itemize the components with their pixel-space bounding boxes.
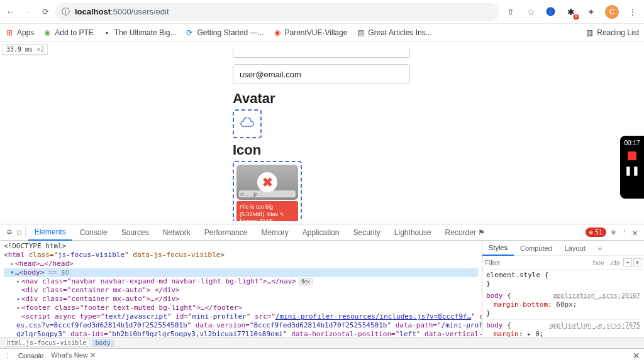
nav-buttons: ← → ⟳ [5,7,50,17]
apps-button[interactable]: ⊞Apps [5,28,34,37]
bookmark-item[interactable]: ▪The Ultimate Big... [103,28,177,37]
close-devtools-icon[interactable]: ✕ [633,228,638,238]
cls-toggle[interactable]: .cls [607,259,623,266]
bookmark-icon: ▤ [356,28,365,37]
toolbar-right: ⇧ ☆ ⓿ ✱8 ✦ C ⋮ [504,5,639,19]
stop-record-button[interactable] [628,151,636,160]
tab-security[interactable]: Security [347,224,387,241]
forward-icon[interactable]: → [23,7,33,17]
url-text: localhost:5000/users/edit [75,7,169,16]
tab-sources[interactable]: Sources [115,224,155,241]
email-field[interactable]: user@email.com [233,64,410,84]
profile-avatar[interactable]: C [605,5,619,19]
subtab-layout[interactable]: Layout [558,244,592,252]
extension-1password-icon[interactable]: ⓿ [545,6,557,18]
hov-toggle[interactable]: :hov [589,259,607,266]
tab-console[interactable]: Console [74,224,114,241]
dom-breadcrumbs[interactable]: html.js-focus-visible body [0,337,644,348]
devtools-body: <!DOCTYPE html> <html class="js-focus-vi… [0,241,644,337]
subtab-styles[interactable]: Styles [482,241,514,256]
site-info-icon[interactable]: ⓘ [62,6,70,18]
more-menu-icon[interactable]: ⋮ [621,228,628,236]
styles-filter-input[interactable] [485,259,589,266]
device-toolbar-icon[interactable]: ▢ [17,228,21,236]
style-panel-menu[interactable]: ▾ [633,258,641,266]
bookmark-icon: ⟳ [185,28,194,37]
reading-list-icon: ▥ [585,28,594,37]
menu-icon[interactable]: ⋮ [626,6,639,18]
devtools-panel: ⯐ ▢ Elements Console Sources Network Per… [0,224,644,362]
tab-application[interactable]: Application [296,224,346,241]
address-bar[interactable]: ⓘ localhost:5000/users/edit [55,3,499,21]
upload-error-message: File is too big (5.02MiB). Max ↖ filesiz… [236,201,298,221]
record-time: 00:17 [624,140,640,146]
bookmark-item[interactable]: ◉Add to PTE [43,28,93,37]
tab-recorder[interactable]: Recorder ⚑ [439,224,492,241]
styles-rules[interactable]: element.style { } application_…scss:2016… [482,270,644,337]
drawer-tab-whatsnew[interactable]: What's New ✕ [51,351,95,359]
bookmark-item[interactable]: ▤Great Articles Ins... [356,28,431,37]
cloud-upload-icon [240,118,255,131]
devtools-inspect-group: ⯐ ▢ [3,228,26,236]
bookmark-icon: ◉ [43,28,52,37]
bookmark-item[interactable]: ⟳Getting Started —... [185,28,264,37]
bookmark-item[interactable]: ◉ParentVUE-Village [273,28,348,37]
subtab-computed[interactable]: Computed [514,244,558,252]
drawer-tab-console[interactable]: Console [18,352,43,359]
page-content: user@email.com Avatar Icon ✖ zi... ...jp… [0,41,644,221]
browser-toolbar: ← → ⟳ ⓘ localhost:5000/users/edit ⇧ ☆ ⓿ … [0,0,644,24]
email-field-partial[interactable] [233,48,410,58]
devtools-right-controls: 51 ⚙ ⋮ ✕ [586,228,641,238]
extension-other-icon[interactable]: ✱8 [565,6,577,18]
inspect-element-icon[interactable]: ⯐ [6,228,13,236]
bookmark-icon: ◉ [273,28,282,37]
tab-memory[interactable]: Memory [255,224,294,241]
styles-pane: Styles Computed Layout » :hov .cls + ▾ e… [482,241,644,337]
settings-gear-icon[interactable]: ⚙ [611,228,616,236]
tab-lighthouse[interactable]: Lighthouse [388,224,438,241]
drawer-menu-icon[interactable]: ⋮ [4,351,11,359]
remove-file-button[interactable]: ✖ [257,172,277,192]
tab-performance[interactable]: Performance [198,224,254,241]
reload-icon[interactable]: ⟳ [40,7,50,17]
share-icon[interactable]: ⇧ [504,6,517,18]
avatar-dropzone[interactable] [233,109,262,138]
devtools-tabs: ⯐ ▢ Elements Console Sources Network Per… [0,224,644,241]
avatar-heading: Avatar [233,90,644,107]
apps-icon: ⊞ [5,28,14,37]
reading-list-button[interactable]: ▥Reading List [585,28,639,37]
error-count-badge[interactable]: 51 [586,228,606,237]
icon-heading: Icon [233,142,644,158]
close-drawer-icon[interactable]: ✕ [633,351,640,361]
mini-profiler-badge[interactable]: 33.9 ms ×2 [3,44,48,55]
subtab-more[interactable]: » [592,244,608,252]
upload-thumbnail: ✖ zi... ...jp... [236,165,298,200]
bookmark-star-icon[interactable]: ☆ [525,6,537,18]
styles-tabs: Styles Computed Layout » [482,241,644,256]
devtools-drawer: ⋮ Console What's New ✕ ✕ [0,348,644,362]
pause-record-button[interactable]: ❚❚ [625,165,640,175]
extensions-icon[interactable]: ✦ [585,6,597,18]
bookmark-icon: ▪ [103,28,111,37]
icon-dropzone[interactable]: ✖ zi... ...jp... File is too big (5.02Mi… [233,161,302,221]
x-icon: ✖ [262,175,273,190]
new-style-rule-button[interactable]: + [623,258,632,266]
dom-tree[interactable]: <!DOCTYPE html> <html class="js-focus-vi… [0,241,482,337]
styles-filter-row: :hov .cls + ▾ [482,256,644,270]
screen-recorder-widget[interactable]: 00:17 ❚❚ [620,136,644,199]
tab-elements[interactable]: Elements [28,224,72,241]
bookmarks-bar: ⊞Apps ◉Add to PTE ▪The Ultimate Big... ⟳… [0,24,644,41]
back-icon[interactable]: ← [5,7,15,17]
tab-network[interactable]: Network [157,224,197,241]
